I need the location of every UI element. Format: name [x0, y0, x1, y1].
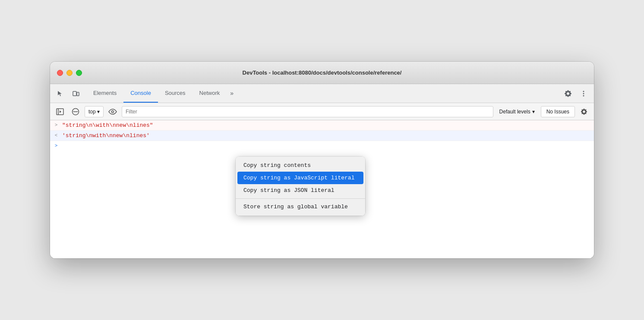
tab-sources[interactable]: Sources: [158, 84, 193, 103]
store-global-variable-item[interactable]: Store string as global variable: [236, 201, 365, 213]
device-toolbar-icon[interactable]: [69, 87, 83, 100]
svg-point-10: [112, 110, 114, 113]
window-title: DevTools - localhost:8080/docs/devtools/…: [243, 69, 402, 76]
titlebar: DevTools - localhost:8080/docs/devtools/…: [50, 62, 594, 84]
settings-icon[interactable]: [561, 87, 575, 100]
console-toolbar: top ▾ Default levels ▾ No Issues: [50, 103, 594, 120]
more-tabs-button[interactable]: »: [227, 84, 237, 103]
toolbar-right: [561, 87, 590, 100]
copy-string-contents-item[interactable]: Copy string contents: [236, 159, 365, 172]
live-expressions-icon[interactable]: [106, 106, 119, 118]
tab-elements[interactable]: Elements: [86, 84, 123, 103]
context-menu: Copy string contents Copy string as Java…: [236, 157, 365, 216]
console-settings-icon[interactable]: [578, 106, 590, 118]
minimize-button[interactable]: [66, 70, 73, 76]
svg-rect-1: [77, 92, 79, 96]
console-line: > "string\n\with\nnew\nlines": [50, 120, 594, 131]
inspect-icon[interactable]: [54, 87, 67, 100]
prompt-arrow: >: [50, 143, 62, 148]
copy-json-literal-item[interactable]: Copy string as JSON literal: [236, 184, 365, 197]
svg-marker-7: [60, 110, 61, 113]
sidebar-toggle-icon[interactable]: [54, 106, 66, 118]
maximize-button[interactable]: [76, 70, 82, 76]
no-issues-button[interactable]: No Issues: [541, 106, 575, 117]
svg-point-3: [583, 93, 584, 94]
traffic-lights: [57, 70, 82, 76]
close-button[interactable]: [57, 70, 63, 76]
copy-js-literal-item[interactable]: Copy string as JavaScript literal: [237, 172, 363, 184]
clear-console-icon[interactable]: [69, 106, 82, 118]
tabs: Elements Console Sources Network »: [86, 84, 561, 103]
filter-input[interactable]: [122, 106, 493, 117]
devtools-window: DevTools - localhost:8080/docs/devtools/…: [50, 62, 594, 258]
svg-rect-0: [73, 91, 76, 96]
output-arrow: >: [50, 122, 62, 128]
input-arrow: <: [50, 132, 62, 138]
tab-console[interactable]: Console: [123, 84, 158, 103]
console-content: > "string\n\with\nnew\nlines" < 'string\…: [50, 120, 594, 258]
levels-selector[interactable]: Default levels ▾: [496, 106, 538, 117]
context-menu-separator: [236, 198, 365, 199]
toolbar-icons: [54, 87, 83, 100]
svg-point-2: [583, 91, 584, 92]
devtools-toolbar: Elements Console Sources Network »: [50, 84, 594, 103]
console-input-line: < 'string\nwith\nnew\nlines' Copy string…: [50, 131, 594, 141]
svg-point-4: [583, 95, 584, 96]
context-selector[interactable]: top ▾: [85, 106, 104, 117]
tab-network[interactable]: Network: [193, 84, 227, 103]
console-prompt-line: >: [50, 141, 594, 150]
console-input-text: 'string\nwith\nnew\nlines': [62, 132, 150, 139]
console-output-text: "string\n\with\nnew\nlines": [62, 122, 153, 129]
more-options-icon[interactable]: [577, 87, 590, 100]
